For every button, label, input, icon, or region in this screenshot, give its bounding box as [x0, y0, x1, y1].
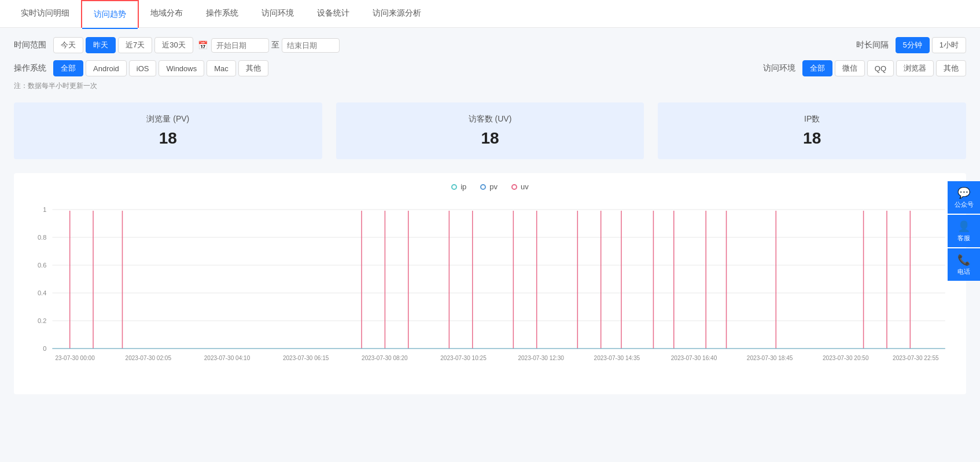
legend-label-ip: ip — [460, 182, 466, 191]
os-option-all[interactable]: 全部 — [53, 60, 83, 76]
tab-trend[interactable]: 访问趋势 — [81, 0, 139, 28]
os-option-ios[interactable]: iOS — [129, 60, 157, 76]
stat-value-uv: 18 — [350, 129, 631, 148]
tab-realtime[interactable]: 实时访问明细 — [9, 0, 81, 27]
stat-card-pv: 浏览量 (PV) 18 — [14, 102, 322, 159]
end-date-input[interactable] — [282, 38, 340, 53]
svg-text:0.8: 0.8 — [38, 234, 46, 241]
floating-btn-phone[interactable]: 📞 电话 — [948, 248, 980, 281]
time-range-filter-row: 时间范围 今天昨天近7天近30天 📅 至 时长间隔 5分钟1小时 — [14, 37, 966, 53]
svg-text:2023-07-30 18:45: 2023-07-30 18:45 — [747, 355, 793, 361]
env-option-qq[interactable]: QQ — [867, 60, 894, 76]
os-filter-row: 操作系统 全部AndroidiOSWindowsMac其他 访问环境 全部微信Q… — [14, 60, 966, 76]
note-text: 注：数据每半小时更新一次 — [14, 81, 966, 91]
svg-text:2023-07-30 10:25: 2023-07-30 10:25 — [440, 355, 487, 361]
stat-title-uv: 访客数 (UV) — [350, 114, 631, 124]
floating-btn-label-wechat: 公众号 — [955, 200, 974, 209]
os-option-android[interactable]: Android — [86, 60, 127, 76]
svg-text:1: 1 — [43, 206, 46, 213]
top-nav-tabs: 实时访问明细访问趋势地域分布操作系统访问环境设备统计访问来源分析 — [0, 0, 980, 28]
date-range-group: 📅 至 — [198, 38, 340, 53]
tab-region[interactable]: 地域分布 — [139, 0, 194, 27]
interval-option-1hour[interactable]: 1小时 — [932, 37, 966, 53]
interval-option-5min[interactable]: 5分钟 — [896, 37, 930, 53]
legend-item-uv: uv — [511, 182, 529, 191]
floating-btn-label-service: 客服 — [957, 234, 970, 243]
interval-label: 时长间隔 — [856, 40, 889, 50]
svg-text:2023-07-30 20:50: 2023-07-30 20:50 — [823, 355, 869, 361]
interval-filter-group: 时长间隔 5分钟1小时 — [856, 37, 966, 53]
stats-cards: 浏览量 (PV) 18 访客数 (UV) 18 IP数 18 — [14, 102, 966, 159]
main-content: 时间范围 今天昨天近7天近30天 📅 至 时长间隔 5分钟1小时 操作系统 全部… — [0, 28, 980, 461]
svg-text:2023-07-30 14:35: 2023-07-30 14:35 — [594, 355, 640, 361]
svg-text:0.2: 0.2 — [38, 317, 46, 324]
svg-text:2023-07-30 08:20: 2023-07-30 08:20 — [362, 355, 408, 361]
os-options: 全部AndroidiOSWindowsMac其他 — [53, 60, 268, 76]
legend-item-pv: pv — [480, 182, 498, 191]
time-option-yesterday[interactable]: 昨天 — [86, 37, 116, 53]
start-date-input[interactable] — [211, 38, 269, 53]
env-filter-group: 访问环境 全部微信QQ浏览器其他 — [763, 60, 966, 76]
os-option-windows[interactable]: Windows — [159, 60, 204, 76]
tab-os[interactable]: 操作系统 — [194, 0, 250, 27]
legend-item-ip: ip — [451, 182, 466, 191]
date-separator: 至 — [271, 40, 279, 50]
legend-dot-ip — [451, 184, 457, 190]
stat-value-ip: 18 — [672, 129, 952, 148]
floating-btn-service[interactable]: 👤 客服 — [948, 215, 980, 247]
svg-text:0: 0 — [43, 345, 46, 352]
stat-title-ip: IP数 — [672, 114, 952, 124]
stat-value-pv: 18 — [28, 129, 308, 148]
svg-text:2023-07-30 04:10: 2023-07-30 04:10 — [204, 355, 250, 361]
svg-text:0.6: 0.6 — [38, 262, 46, 269]
time-options: 今天昨天近7天近30天 — [53, 37, 193, 53]
tab-device[interactable]: 设备统计 — [305, 0, 361, 27]
env-label: 访问环境 — [763, 63, 795, 74]
time-option-30days[interactable]: 近30天 — [154, 37, 193, 53]
tab-source[interactable]: 访问来源分析 — [361, 0, 433, 27]
svg-text:2023-07-30 06:15: 2023-07-30 06:15 — [283, 355, 329, 361]
svg-text:2023-07-30 16:40: 2023-07-30 16:40 — [671, 355, 717, 361]
chart-legend: ip pv uv — [23, 182, 957, 191]
floating-buttons: 💬 公众号 👤 客服 📞 电话 — [948, 181, 980, 281]
floating-btn-wechat[interactable]: 💬 公众号 — [948, 181, 980, 214]
chart-svg: 1 0.8 0.6 0.4 0.2 0 — [23, 198, 957, 383]
interval-options: 5分钟1小时 — [896, 37, 966, 53]
floating-btn-icon-phone: 📞 — [957, 254, 970, 266]
calendar-icon: 📅 — [198, 41, 208, 50]
env-option-other[interactable]: 其他 — [936, 60, 966, 76]
stat-card-uv: 访客数 (UV) 18 — [336, 102, 644, 159]
chart-area: ip pv uv 1 0.8 0.6 0.4 0.2 0 — [14, 173, 966, 394]
floating-btn-icon-service: 👤 — [957, 220, 970, 233]
svg-text:0.4: 0.4 — [38, 289, 46, 296]
stat-title-pv: 浏览量 (PV) — [28, 114, 308, 124]
legend-label-uv: uv — [521, 182, 529, 191]
time-option-today[interactable]: 今天 — [53, 37, 83, 53]
os-option-mac[interactable]: Mac — [207, 60, 236, 76]
svg-text:23-07-30 00:00: 23-07-30 00:00 — [55, 355, 95, 361]
svg-text:2023-07-30 02:05: 2023-07-30 02:05 — [126, 355, 172, 361]
legend-label-pv: pv — [489, 182, 498, 191]
tab-env[interactable]: 访问环境 — [250, 0, 305, 27]
legend-dot-pv — [480, 184, 486, 190]
env-option-all[interactable]: 全部 — [802, 60, 832, 76]
chart-svg-wrapper: 1 0.8 0.6 0.4 0.2 0 — [23, 198, 957, 385]
env-options: 全部微信QQ浏览器其他 — [802, 60, 966, 76]
floating-btn-icon-wechat: 💬 — [957, 186, 970, 199]
svg-text:2023-07-30 12:30: 2023-07-30 12:30 — [518, 355, 564, 361]
env-option-browser[interactable]: 浏览器 — [896, 60, 934, 76]
time-option-7days[interactable]: 近7天 — [118, 37, 152, 53]
svg-text:2023-07-30 22:55: 2023-07-30 22:55 — [893, 355, 939, 361]
env-option-wechat[interactable]: 微信 — [835, 60, 865, 76]
os-label: 操作系统 — [14, 63, 46, 74]
floating-btn-label-phone: 电话 — [957, 267, 970, 276]
os-option-other[interactable]: 其他 — [238, 60, 268, 76]
stat-card-ip: IP数 18 — [658, 102, 966, 159]
time-range-label: 时间范围 — [14, 40, 46, 50]
legend-dot-uv — [511, 184, 517, 190]
